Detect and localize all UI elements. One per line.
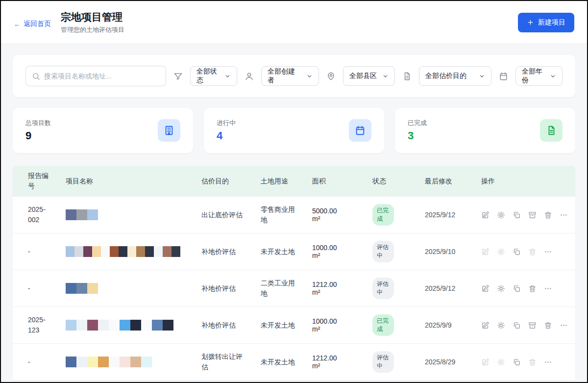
- column-header-3: 土地用途: [261, 176, 299, 186]
- stats-row: 总项目数 9 进行中 4 已完成 3: [13, 108, 575, 153]
- name-block: [87, 283, 98, 294]
- settings-icon[interactable]: [497, 211, 505, 219]
- back-to-home-link[interactable]: ← 返回首页: [14, 20, 51, 28]
- copy-icon[interactable]: [513, 321, 521, 330]
- name-block: [110, 246, 119, 257]
- stat-card-in-progress: 进行中 4: [204, 108, 384, 153]
- name-block: [66, 209, 76, 220]
- name-block: [119, 246, 127, 257]
- new-project-button[interactable]: 新建项目: [518, 13, 574, 32]
- project-name-blocks[interactable]: [66, 283, 188, 294]
- area: 1212.00m²: [312, 281, 359, 296]
- project-table: 报告编号项目名称估价目的土地用途面积状态最后修改操作 2025-002出让底价评…: [13, 166, 575, 380]
- project-name-blocks[interactable]: [66, 357, 188, 367]
- name-block: [76, 320, 87, 331]
- copy-icon[interactable]: [513, 211, 521, 219]
- name-block: [136, 246, 145, 257]
- calendar-icon: [349, 119, 371, 142]
- copy-icon[interactable]: [513, 248, 521, 256]
- more-icon[interactable]: [544, 284, 552, 293]
- delete-icon[interactable]: [544, 211, 552, 219]
- table-body: 2025-002出让底价评估零售商业用地5000.00m²已完成2025/9/1…: [13, 196, 575, 380]
- name-block: [101, 246, 110, 257]
- name-block: [66, 320, 76, 331]
- column-header-4: 面积: [312, 176, 359, 186]
- stat-value: 4: [217, 129, 236, 142]
- district-filter-select[interactable]: 全部县区: [343, 66, 395, 86]
- app-window: ← 返回首页 宗地项目管理 管理您的土地评估项目 新建项目 全部状态 全部创建者: [0, 0, 588, 383]
- copy-icon[interactable]: [513, 284, 521, 293]
- name-block: [163, 320, 173, 331]
- building-icon: [158, 119, 180, 142]
- valuation-purpose: 补地价评估: [201, 283, 247, 294]
- project-name-blocks[interactable]: [66, 320, 188, 331]
- status-filter-select[interactable]: 全部状态: [190, 66, 237, 86]
- more-icon[interactable]: [560, 321, 568, 330]
- search-input[interactable]: [44, 72, 160, 80]
- stat-value: 3: [408, 129, 427, 142]
- edit-icon[interactable]: [481, 211, 490, 219]
- land-use: 未开发土地: [261, 320, 299, 331]
- name-block: [109, 320, 120, 331]
- land-use: 未开发土地: [261, 357, 299, 367]
- status-filter-value: 全部状态: [196, 67, 220, 85]
- status-cell: 评估中: [372, 351, 412, 373]
- settings-icon[interactable]: [497, 284, 505, 293]
- project-name-blocks[interactable]: [66, 246, 188, 257]
- valuation-purpose: 划拨转出让评估: [201, 352, 247, 372]
- valuation-purpose: 补地价评估: [201, 320, 247, 331]
- more-icon[interactable]: [560, 211, 568, 219]
- area-value: 1212.00: [312, 281, 359, 288]
- filter-bar: 全部状态 全部创建者 全部县区 全部估价目的 全部年份: [13, 55, 575, 97]
- name-block: [76, 283, 87, 294]
- delete-icon: [528, 248, 537, 256]
- document-icon: [402, 72, 412, 81]
- name-block: [92, 246, 101, 257]
- delete-icon[interactable]: [528, 284, 537, 293]
- year-filter-select[interactable]: 全部年份: [515, 66, 563, 86]
- table-row: 2025-123补地价评估未开发土地1000.00m²已完成2025/9/9: [13, 306, 575, 343]
- edit-icon: [481, 248, 490, 256]
- project-name-blocks[interactable]: [66, 209, 188, 220]
- table-row: -划拨转出让评估未开发土地1212.00m²评估中2025/8/29: [13, 343, 575, 380]
- name-block: [172, 246, 180, 257]
- more-icon[interactable]: [544, 358, 552, 366]
- archive-icon[interactable]: [528, 211, 537, 219]
- delete-icon: [528, 358, 537, 366]
- settings-icon: [497, 248, 505, 256]
- map-pin-icon: [326, 72, 336, 81]
- name-block: [130, 357, 141, 367]
- stat-label: 总项目数: [25, 119, 51, 128]
- copy-icon[interactable]: [513, 358, 521, 366]
- name-block: [76, 357, 87, 367]
- area-unit: m²: [312, 252, 359, 259]
- name-block: [120, 320, 130, 331]
- name-block: [74, 246, 83, 257]
- page-header: ← 返回首页 宗地项目管理 管理您的土地评估项目 新建项目: [1, 1, 587, 44]
- chevron-down-icon: [306, 73, 313, 79]
- edit-icon[interactable]: [481, 321, 490, 330]
- area: 1000.00m²: [312, 317, 359, 333]
- area-unit: m²: [312, 215, 359, 223]
- delete-icon[interactable]: [544, 321, 552, 330]
- title-block: 宗地项目管理 管理您的土地评估项目: [61, 10, 124, 34]
- creator-filter-select[interactable]: 全部创建者: [261, 66, 319, 86]
- name-block: [66, 283, 76, 294]
- name-block: [154, 246, 163, 257]
- more-icon[interactable]: [544, 248, 552, 256]
- name-block: [87, 357, 98, 367]
- settings-icon[interactable]: [497, 321, 505, 330]
- purpose-filter-select[interactable]: 全部估价目的: [419, 66, 491, 86]
- edit-icon[interactable]: [481, 284, 490, 293]
- status-cell: 已完成: [372, 204, 412, 226]
- chevron-down-icon: [382, 73, 389, 79]
- report-number: 2025-123: [28, 315, 52, 335]
- area-value: 5000.00: [312, 207, 359, 215]
- archive-icon[interactable]: [528, 321, 537, 330]
- search-box[interactable]: [25, 66, 166, 86]
- status-badge: 评估中: [372, 351, 394, 373]
- name-block: [76, 209, 87, 220]
- stat-value: 9: [25, 129, 51, 142]
- district-filter-value: 全部县区: [349, 72, 377, 80]
- column-header-0: 报告编号: [28, 171, 52, 191]
